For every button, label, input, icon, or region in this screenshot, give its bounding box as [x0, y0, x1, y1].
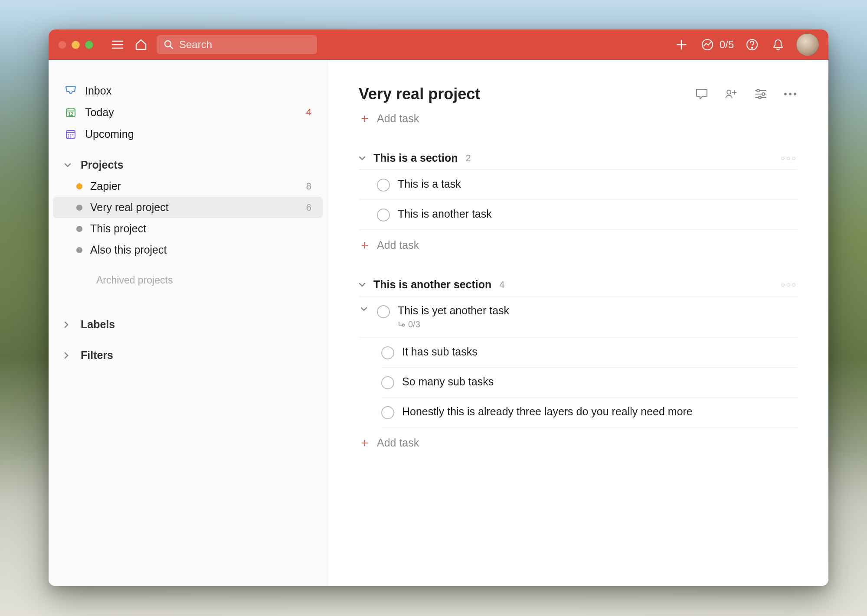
task-row[interactable]: Honestly this is already three layers do… [381, 398, 797, 427]
section-count: 2 [466, 153, 471, 164]
chevron-down-icon[interactable] [359, 304, 369, 311]
quick-add-icon[interactable] [674, 37, 689, 52]
section-more-icon[interactable]: ○○○ [781, 281, 797, 289]
add-task-in-section[interactable]: ＋ Add task [359, 427, 797, 458]
task-row[interactable]: This is yet another task 0/3 [359, 297, 797, 338]
calendar-upcoming-icon [64, 127, 77, 140]
productivity-icon[interactable] [700, 37, 715, 52]
search-box[interactable] [157, 35, 317, 54]
task-checkbox[interactable] [377, 209, 390, 222]
help-icon[interactable] [744, 37, 760, 52]
svg-line-4 [170, 46, 173, 49]
more-icon[interactable] [783, 87, 797, 101]
svg-point-28 [759, 96, 761, 99]
task-checkbox[interactable] [381, 346, 394, 359]
project-color-dot [76, 205, 82, 211]
main-header: Very real project [359, 85, 797, 103]
svg-text:12: 12 [68, 112, 73, 117]
zoom-window-button[interactable] [85, 41, 93, 49]
project-label: Very real project [90, 201, 298, 214]
sidebar-project-item[interactable]: This project [53, 218, 323, 239]
main-content: Very real project ＋ [327, 60, 828, 586]
sidebar: Inbox 12 Today 4 Upcoming Pr [49, 60, 327, 586]
project-color-dot [76, 183, 82, 189]
svg-point-20 [727, 90, 731, 94]
search-input[interactable] [179, 39, 310, 51]
task-checkbox[interactable] [377, 305, 390, 318]
sidebar-item-inbox[interactable]: Inbox [53, 80, 323, 101]
subtask-list: It has sub tasks So many sub tasks Hones… [359, 338, 797, 427]
menu-icon[interactable] [110, 37, 125, 52]
window-controls [58, 41, 93, 49]
share-icon[interactable] [724, 87, 738, 101]
app-body: Inbox 12 Today 4 Upcoming Pr [49, 60, 828, 586]
sidebar-item-label: Today [85, 106, 114, 119]
section-header[interactable]: This is a section 2 ○○○ [359, 152, 797, 170]
chevron-down-icon [359, 283, 368, 287]
sidebar-projects-heading[interactable]: Projects [53, 154, 323, 176]
section-title: This is a section [373, 152, 458, 164]
task-checkbox[interactable] [377, 179, 390, 192]
chevron-down-icon [64, 163, 73, 167]
notifications-icon[interactable] [770, 37, 786, 52]
project-count: 8 [306, 181, 311, 192]
add-task-label: Add task [377, 239, 419, 251]
sidebar-item-count: 4 [306, 107, 311, 118]
task-row[interactable]: It has sub tasks [381, 338, 797, 368]
avatar[interactable] [796, 33, 819, 56]
view-options-icon[interactable] [754, 87, 768, 101]
subtask-progress: 0/3 [398, 319, 797, 329]
sidebar-project-item[interactable]: Zapier 8 [53, 176, 323, 197]
inbox-icon [64, 84, 77, 97]
task-row[interactable]: This is another task [359, 200, 797, 230]
minimize-window-button[interactable] [72, 41, 80, 49]
add-task-label: Add task [377, 112, 419, 125]
sidebar-project-item[interactable]: Also this project [53, 239, 323, 261]
task-section: This is a section 2 ○○○ This is a task T… [359, 152, 797, 260]
sidebar-item-label: Upcoming [85, 128, 134, 140]
sidebar-heading-label: Projects [81, 159, 124, 171]
task-checkbox[interactable] [381, 406, 394, 419]
task-row[interactable]: This is a task [359, 170, 797, 200]
chevron-down-icon [359, 156, 368, 160]
task-title: It has sub tasks [402, 345, 797, 358]
sidebar-project-item[interactable]: Very real project 6 [53, 197, 323, 218]
task-caret-spacer [359, 208, 369, 210]
task-row[interactable]: So many sub tasks [381, 368, 797, 398]
svg-point-26 [762, 93, 765, 95]
app-window: 0/5 Inbox 12 [49, 29, 828, 586]
sidebar-item-upcoming[interactable]: Upcoming [53, 123, 323, 145]
project-count: 6 [306, 202, 311, 213]
section-header[interactable]: This is another section 4 ○○○ [359, 278, 797, 297]
task-checkbox[interactable] [381, 376, 394, 389]
project-label: Zapier [90, 180, 298, 192]
section-more-icon[interactable]: ○○○ [781, 154, 797, 162]
plus-icon: ＋ [359, 237, 369, 253]
add-task-top[interactable]: ＋ Add task [359, 103, 797, 134]
home-icon[interactable] [133, 37, 149, 52]
close-window-button[interactable] [58, 41, 66, 49]
svg-point-29 [784, 93, 787, 95]
task-title: This is another task [398, 208, 797, 220]
svg-point-24 [757, 89, 759, 92]
project-label: Also this project [90, 244, 304, 256]
section-title: This is another section [373, 278, 491, 291]
task-caret-spacer [359, 178, 369, 180]
titlebar-right: 0/5 [674, 33, 819, 56]
search-icon [164, 39, 174, 50]
svg-point-9 [752, 47, 752, 48]
add-task-label: Add task [377, 437, 419, 449]
task-title: Honestly this is already three layers do… [402, 405, 797, 418]
project-color-dot [76, 226, 82, 232]
sidebar-archived-projects[interactable]: Archived projects [53, 268, 323, 292]
comments-icon[interactable] [695, 87, 709, 101]
productivity-count[interactable]: 0/5 [720, 39, 734, 51]
sidebar-labels-heading[interactable]: Labels [53, 314, 323, 335]
sidebar-item-today[interactable]: 12 Today 4 [53, 101, 323, 123]
sidebar-filters-heading[interactable]: Filters [53, 345, 323, 366]
add-task-in-section[interactable]: ＋ Add task [359, 230, 797, 260]
task-title: This is a task [398, 178, 797, 190]
page-title: Very real project [359, 85, 480, 103]
titlebar: 0/5 [49, 29, 828, 60]
project-color-dot [76, 247, 82, 253]
